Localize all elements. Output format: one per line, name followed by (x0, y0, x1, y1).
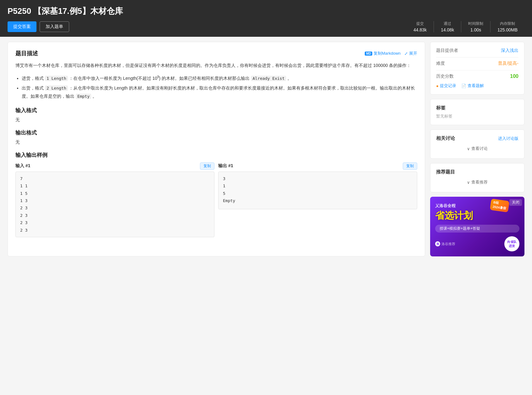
expand-link[interactable]: ⤢ 展开 (404, 51, 417, 56)
provider-value: 深入浅出 (501, 48, 518, 53)
section-actions: MD 复制Markdown ⤢ 展开 (365, 51, 417, 56)
submit-record-link[interactable]: ● 提交记录 (436, 83, 456, 89)
content-panel: 题目描述 MD 复制Markdown ⤢ 展开 博艾市有一个木材仓库，里面可以存… (8, 42, 425, 256)
tags-card: 标签 暂无标签 (430, 99, 524, 125)
stat-pass-value: 14.08k (441, 27, 454, 32)
view-recommend-label: 查看推荐 (471, 179, 488, 185)
chevron-down-icon2: ∨ (467, 180, 470, 185)
page-title: P5250 【深基17.例5】木材仓库 (8, 6, 524, 17)
discussion-card: 相关讨论 进入讨论版 ∨ 查看讨论 (430, 129, 524, 159)
ad-cta: 向省队进发 (504, 236, 519, 251)
discussion-header: 相关讨论 进入讨论版 (436, 135, 518, 141)
list-item: 出货，格式 2 Length ：从仓库中取出长度为 Length 的木材。如果没… (22, 84, 417, 101)
ad-footer-logo: 洛 洛谷推荐 (435, 241, 455, 246)
header-toolbar: 提交答案 加入题单 提交 44.83k 通过 14.08k 时间限制 1.00s… (8, 21, 524, 37)
stat-timelimit-value: 1.00s (468, 27, 483, 32)
score-label: 历史分数 (436, 74, 454, 79)
recommend-card: 推荐题目 ∨ 查看推荐 (430, 163, 524, 192)
main-layout: 题目描述 MD 复制Markdown ⤢ 展开 博艾市有一个木材仓库，里面可以存… (0, 37, 532, 261)
section-header: 题目描述 MD 复制Markdown ⤢ 展开 (15, 50, 417, 57)
stat-memlimit-value: 125.00MB (497, 27, 518, 32)
recommend-title: 推荐题目 (436, 169, 518, 175)
expand-icon: ⤢ (404, 51, 408, 56)
view-solution-label: 查看题解 (468, 83, 484, 89)
difficulty-label: 难度 (436, 61, 445, 66)
sample-output-label: 输出 #1 (218, 163, 233, 169)
list-item: 进货，格式 1 Length ：在仓库中放入一根长度为 Length(不超过 1… (22, 74, 417, 82)
stat-timelimit: 时间限制 1.00s (461, 21, 490, 32)
stat-submit-value: 44.83k (413, 27, 427, 32)
doc-icon: 📄 (461, 84, 466, 88)
meta-score-row: 历史分数 100 (436, 74, 518, 79)
ad-banner: 关闭 B组2024暑假 乂洛谷全程 省选计划 授课+模拟赛+题单+答疑 洛 洛谷… (430, 197, 524, 256)
chevron-down-icon: ∨ (467, 146, 470, 151)
stat-memlimit: 内存限制 125.00MB (490, 21, 524, 32)
view-solution-link[interactable]: 📄 查看题解 (461, 83, 484, 89)
enter-forum-link[interactable]: 进入讨论版 (498, 136, 518, 141)
divider2 (436, 70, 518, 70)
sample-input-label: 输入 #1 (15, 163, 30, 169)
section-title: 题目描述 (15, 50, 38, 57)
copy-markdown-label: 复制Markdown (374, 51, 401, 56)
meta-difficulty-row: 难度 普及/提高- (436, 61, 518, 66)
view-recommend-button[interactable]: ∨ 查看推荐 (436, 178, 518, 186)
add-to-list-button[interactable]: 加入题单 (40, 21, 69, 32)
sample-title: 输入输出样例 (15, 151, 417, 159)
sidebar: 题目提供者 深入浅出 难度 普及/提高- 历史分数 100 ● 提交记录 📄 (430, 42, 524, 256)
tags-empty: 暂无标签 (436, 113, 518, 119)
copy-output-button[interactable]: 复制 (403, 162, 417, 170)
input-format-title: 输入格式 (15, 107, 417, 114)
output-format-title: 输出格式 (15, 129, 417, 136)
header: P5250 【深基17.例5】木材仓库 提交答案 加入题单 提交 44.83k … (0, 0, 532, 37)
sample-output-header: 输出 #1 复制 (218, 162, 417, 170)
pie-icon: ● (436, 84, 439, 88)
output-format-content: 无 (15, 140, 417, 145)
copy-markdown-link[interactable]: MD 复制Markdown (365, 51, 401, 56)
expand-label: 展开 (409, 51, 417, 56)
sample-io-row: 输入 #1 复制 7 1 1 1 5 1 3 2 3 2 3 2 3 2 3 输… (15, 162, 417, 237)
problem-list: 进货，格式 1 Length ：在仓库中放入一根长度为 Length(不超过 1… (22, 74, 417, 101)
divider (436, 57, 518, 58)
sample-input-code: 7 1 1 1 5 1 3 2 3 2 3 2 3 2 3 (15, 172, 214, 237)
copy-input-button[interactable]: 复制 (200, 162, 214, 170)
ad-brand: 乂洛谷全程 (435, 203, 519, 209)
meta-provider-row: 题目提供者 深入浅出 (436, 48, 518, 53)
view-discussion-button[interactable]: ∨ 查看讨论 (436, 145, 518, 153)
header-buttons: 提交答案 加入题单 (8, 21, 69, 32)
stat-submit: 提交 44.83k (407, 21, 434, 32)
stat-timelimit-label: 时间限制 (468, 21, 483, 26)
stat-memlimit-label: 内存限制 (497, 21, 518, 26)
submit-record-label: 提交记录 (440, 83, 456, 89)
sample-input-header: 输入 #1 复制 (15, 162, 214, 170)
submit-answer-button[interactable]: 提交答案 (8, 21, 36, 32)
markdown-icon: MD (365, 52, 372, 56)
sample-output-code: 3 1 5 Empty (218, 172, 417, 209)
ad-footer: 洛 洛谷推荐 向省队进发 (435, 236, 519, 251)
ad-features: 授课+模拟赛+题单+答疑 (435, 225, 519, 233)
card-links: ● 提交记录 📄 查看题解 (436, 83, 518, 89)
luogu-icon: 洛 (435, 241, 440, 246)
meta-card: 题目提供者 深入浅出 难度 普及/提高- 历史分数 100 ● 提交记录 📄 (430, 42, 524, 95)
sample-input-block: 输入 #1 复制 7 1 1 1 5 1 3 2 3 2 3 2 3 2 3 (15, 162, 214, 237)
provider-label: 题目提供者 (436, 48, 458, 53)
header-stats: 提交 44.83k 通过 14.08k 时间限制 1.00s 内存限制 125.… (407, 21, 524, 32)
discussion-title: 相关讨论 (436, 135, 455, 141)
stat-submit-label: 提交 (413, 21, 427, 26)
ad-cta-text: 向省队进发 (507, 240, 517, 248)
sample-output-block: 输出 #1 复制 3 1 5 Empty (218, 162, 417, 237)
input-format-content: 无 (15, 117, 417, 123)
view-discussion-label: 查看讨论 (471, 146, 488, 151)
tags-title: 标签 (436, 105, 518, 111)
problem-description: 博艾市有一个木材仓库，里面可以存储各种长度的木材，但是保证没有两个木材的长度是相… (15, 62, 417, 69)
stat-pass: 通过 14.08k (434, 21, 461, 32)
difficulty-value: 普及/提高- (498, 61, 518, 66)
footer-logo-text: 洛谷推荐 (441, 242, 455, 246)
score-value: 100 (510, 74, 518, 79)
stat-pass-label: 通过 (441, 21, 454, 26)
